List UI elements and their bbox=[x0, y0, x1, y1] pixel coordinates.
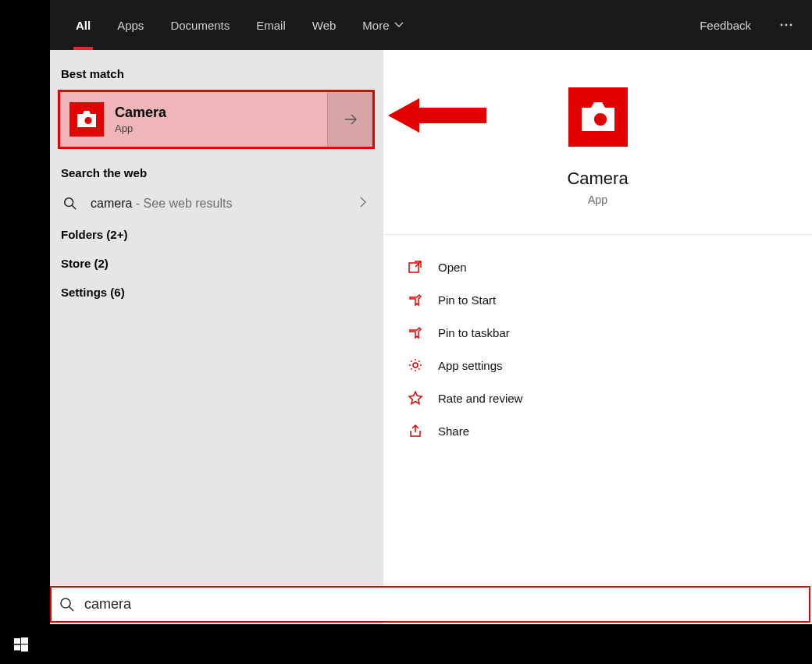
windows-icon bbox=[14, 637, 28, 652]
category-label: Folders (2+) bbox=[61, 228, 127, 241]
results-column: Best match Camera App Search the web bbox=[50, 50, 383, 624]
app-actions: Open Pin to Start Pin to taskbar App set… bbox=[383, 235, 812, 447]
tab-label: Apps bbox=[117, 19, 144, 32]
best-match-title: Camera bbox=[115, 105, 166, 121]
section-label-best-match: Best match bbox=[50, 58, 383, 88]
svg-rect-16 bbox=[14, 638, 20, 644]
action-label: Pin to taskbar bbox=[438, 326, 510, 339]
search-icon bbox=[61, 197, 80, 211]
tab-email[interactable]: Email bbox=[243, 0, 299, 50]
chevron-down-icon bbox=[394, 19, 404, 32]
tab-all[interactable]: All bbox=[62, 0, 104, 50]
category-folders[interactable]: Folders (2+) bbox=[50, 220, 383, 249]
feedback-label: Feedback bbox=[700, 19, 751, 32]
section-label-search-web: Search the web bbox=[50, 157, 383, 187]
category-store[interactable]: Store (2) bbox=[50, 249, 383, 278]
camera-app-icon bbox=[69, 102, 104, 137]
tab-label: All bbox=[76, 19, 91, 32]
tab-label: Web bbox=[312, 19, 337, 32]
action-label: Rate and review bbox=[438, 392, 522, 405]
tab-more[interactable]: More bbox=[349, 0, 416, 50]
svg-point-14 bbox=[61, 598, 70, 608]
chevron-right-icon bbox=[358, 197, 369, 211]
best-match-result[interactable]: Camera App bbox=[58, 90, 375, 149]
black-left-rail bbox=[0, 0, 50, 664]
action-label: Share bbox=[438, 424, 469, 438]
action-label: Open bbox=[438, 261, 467, 274]
svg-point-0 bbox=[781, 24, 783, 27]
web-search-result[interactable]: camera - See web results bbox=[50, 187, 383, 220]
svg-point-1 bbox=[785, 24, 788, 27]
action-pin-taskbar[interactable]: Pin to taskbar bbox=[383, 316, 812, 349]
svg-point-2 bbox=[790, 24, 792, 27]
search-input[interactable] bbox=[83, 595, 801, 613]
action-rate[interactable]: Rate and review bbox=[383, 382, 812, 414]
category-settings[interactable]: Settings (6) bbox=[50, 278, 383, 307]
svg-rect-19 bbox=[21, 644, 28, 652]
action-label: App settings bbox=[438, 359, 503, 372]
svg-point-12 bbox=[413, 363, 418, 368]
tab-apps[interactable]: Apps bbox=[104, 0, 157, 50]
camera-app-icon-large bbox=[568, 87, 628, 147]
svg-rect-17 bbox=[21, 637, 28, 644]
start-button[interactable] bbox=[0, 624, 41, 664]
best-match-expand-button[interactable] bbox=[327, 92, 372, 147]
search-filter-header: All Apps Documents Email Web More Feedba… bbox=[50, 0, 812, 50]
action-app-settings[interactable]: App settings bbox=[383, 349, 812, 382]
pin-icon bbox=[407, 291, 424, 308]
taskbar bbox=[0, 624, 812, 664]
filter-tabs: All Apps Documents Email Web More bbox=[50, 0, 417, 50]
app-title: Camera bbox=[567, 169, 628, 189]
star-icon bbox=[407, 389, 424, 407]
tab-label: Email bbox=[256, 19, 286, 32]
category-label: Store (2) bbox=[61, 257, 109, 270]
ellipsis-icon bbox=[778, 17, 794, 33]
svg-point-6 bbox=[65, 198, 73, 207]
svg-line-15 bbox=[69, 606, 74, 611]
svg-line-7 bbox=[72, 205, 76, 209]
action-label: Pin to Start bbox=[438, 293, 496, 307]
search-icon bbox=[59, 597, 75, 613]
app-subtitle: App bbox=[588, 194, 607, 206]
pin-icon bbox=[407, 324, 424, 341]
tab-label: More bbox=[362, 19, 389, 32]
search-bar[interactable] bbox=[50, 586, 810, 623]
web-result-text: camera - See web results bbox=[91, 197, 347, 211]
share-icon bbox=[407, 422, 424, 439]
svg-rect-18 bbox=[14, 644, 20, 650]
arrow-right-icon bbox=[343, 112, 358, 127]
action-pin-start[interactable]: Pin to Start bbox=[383, 283, 812, 316]
tab-documents[interactable]: Documents bbox=[157, 0, 243, 50]
feedback-link[interactable]: Feedback bbox=[687, 0, 764, 50]
action-open[interactable]: Open bbox=[383, 250, 812, 283]
more-options-button[interactable] bbox=[768, 0, 804, 50]
preview-column: Camera App Open Pin to Start Pin to task… bbox=[383, 50, 812, 624]
gear-icon bbox=[407, 357, 424, 374]
category-label: Settings (6) bbox=[61, 286, 125, 299]
action-share[interactable]: Share bbox=[383, 414, 812, 447]
best-match-subtitle: App bbox=[115, 123, 166, 134]
open-icon bbox=[407, 258, 424, 275]
tab-web[interactable]: Web bbox=[299, 0, 350, 50]
tab-label: Documents bbox=[170, 19, 230, 32]
app-hero: Camera App bbox=[383, 50, 812, 235]
